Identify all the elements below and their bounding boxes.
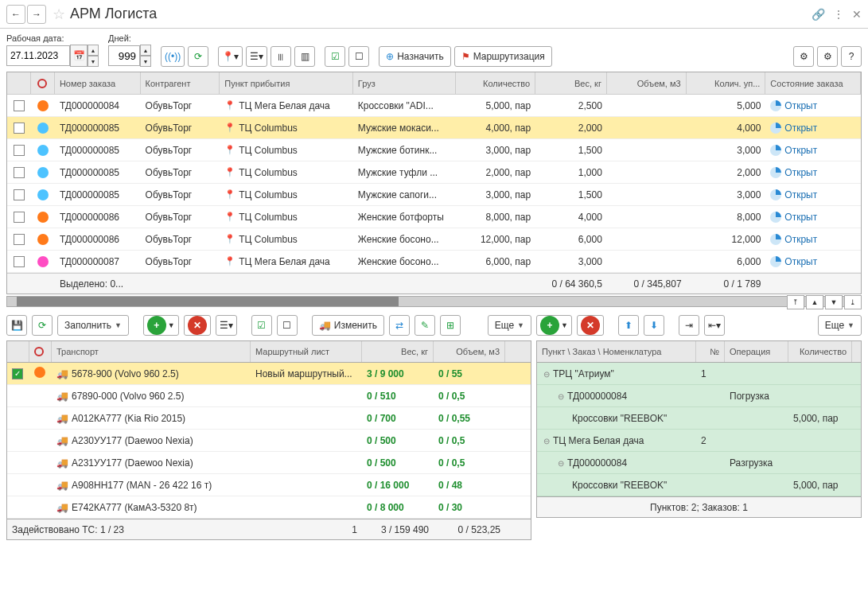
col-state[interactable]: Состояние заказа [765,72,861,94]
more-button[interactable]: Еще▼ [488,315,531,336]
order-row[interactable]: ТД000000086 ОбувьТорг 📍ТЦ Columbus Женск… [7,228,861,251]
scroll-bottom-button[interactable]: ⤓ [844,295,862,309]
indent-out-button[interactable]: ⇤▾ [704,315,725,336]
forward-button[interactable]: → [27,5,46,24]
days-input[interactable] [108,45,140,66]
row-checkbox[interactable] [14,145,25,156]
col-op[interactable]: Операция [725,341,788,362]
add-button[interactable]: +▼ [143,315,179,336]
tree-toggle-icon[interactable]: ⊖ [558,392,564,401]
check-all2-button[interactable]: ☑ [251,315,272,336]
refresh2-button[interactable]: ⟳ [32,315,53,336]
col-route[interactable]: Маршрутный лист [251,341,362,362]
date-spinner[interactable]: ▲▼ [88,45,99,67]
work-date-input[interactable] [6,45,70,66]
order-row[interactable]: ТД000000084 ОбувьТорг 📍ТЦ Мега Белая дач… [7,95,861,117]
uncheck-all2-button[interactable]: ☐ [277,315,298,336]
delete2-button[interactable]: ✕ [577,315,604,336]
settings1-button[interactable]: ⚙ [793,46,814,67]
scroll-top-button[interactable]: ⤒ [787,295,804,309]
add2-button[interactable]: +▼ [536,315,572,336]
col-destination[interactable]: Пункт прибытия [220,72,353,94]
change-button[interactable]: 🚚 Изменить [312,315,384,336]
row-checkbox[interactable] [14,256,25,267]
list2-button[interactable]: ☰▾ [216,315,237,336]
col-qty2[interactable]: Количество [788,341,852,362]
row-checkbox[interactable] [14,234,25,245]
col-packages[interactable]: Колич. уп... [687,72,766,94]
transfer-button[interactable]: ⇄ [389,315,410,336]
transport-row[interactable]: 🚚А012КА777 (Kia Rio 2015) 0 / 700 0 / 0,… [7,407,531,430]
col-transport[interactable]: Транспорт [52,341,251,362]
row-checkbox[interactable] [14,212,25,223]
back-button[interactable]: ← [6,5,25,24]
col-num[interactable]: № [696,341,725,362]
order-row[interactable]: ТД000000086 ОбувьТорг 📍ТЦ Columbus Женск… [7,206,861,228]
col-weight[interactable]: Вес, кг [535,72,607,94]
uncheck-all-button[interactable]: ☐ [348,46,369,67]
col-node[interactable]: Пункт \ Заказ \ Номенклатура [537,341,696,362]
tree-toggle-icon[interactable]: ⊖ [543,370,550,379]
col-volume[interactable]: Объем, м3 [607,72,687,94]
broadcast-icon[interactable]: ((•)) [161,46,185,67]
row-checkbox[interactable] [14,123,25,134]
tree-toggle-icon[interactable]: ⊖ [543,437,550,445]
indent-in-button[interactable]: ⇥ [679,315,699,336]
col-contractor[interactable]: Контрагент [141,72,220,94]
row-checkbox[interactable] [14,100,25,111]
orders-scrollbar[interactable] [6,296,862,307]
col-qty[interactable]: Количество [456,72,535,94]
map-pin-button[interactable]: 📍▾ [218,46,243,67]
save-button[interactable]: 💾 [6,315,27,336]
transport-row[interactable]: 🚚Е742КА777 (КамАЗ-5320 8т) 0 / 8 000 0 /… [7,496,531,519]
row-checkbox[interactable] [14,189,25,200]
more2-button[interactable]: Еще▼ [818,315,862,336]
route-row[interactable]: ⊖ТРЦ "Атриум" 1 [537,363,861,385]
transport-row[interactable]: 🚚А231УУ177 (Daewoo Nexia) 0 / 500 0 / 0,… [7,452,531,474]
order-row[interactable]: ТД000000085 ОбувьТорг 📍ТЦ Columbus Мужск… [7,117,861,139]
row-checkbox[interactable] [14,167,25,178]
columns-button[interactable]: ▥ [294,46,315,67]
filter-button[interactable]: ⫼ [271,46,291,67]
more-icon[interactable]: ⋮ [833,8,844,21]
route-row[interactable]: ⊖ТД000000084 Разгрузка [537,452,861,474]
col-order[interactable]: Номер заказа [55,72,141,94]
transport-row[interactable]: ✓ 🚚5678-900 (Volvo 960 2.5) Новый маршру… [7,363,531,385]
routing-button[interactable]: ⚑Маршрутизация [454,46,552,67]
help-button[interactable]: ? [841,46,862,67]
link-icon[interactable]: 🔗 [812,8,825,21]
route-row[interactable]: Кроссовки "REEBOK" 5,000, пар [537,474,861,496]
move-down-button[interactable]: ⬇ [644,315,664,336]
scroll-up-button[interactable]: ▲ [806,295,823,309]
assign-button[interactable]: ⊕Назначить [379,46,450,67]
route-row[interactable]: ⊖ТЦ Мега Белая дача 2 [537,430,861,452]
col-weight2[interactable]: Вес, кг [362,341,434,362]
favorite-icon[interactable]: ☆ [53,6,65,23]
settings2-button[interactable]: ⚙ [817,46,838,67]
transport-row[interactable]: 🚚67890-000 (Volvo 960 2.5) 0 / 510 0 / 0… [7,385,531,407]
order-row[interactable]: ТД000000087 ОбувьТорг 📍ТЦ Мега Белая дач… [7,251,861,273]
grid-button[interactable]: ⊞ [440,315,461,336]
order-row[interactable]: ТД000000085 ОбувьТорг 📍ТЦ Columbus Мужск… [7,184,861,206]
col-volume2[interactable]: Объем, м3 [434,341,505,362]
route-row[interactable]: ⊖ТД000000084 Погрузка [537,385,861,407]
close-icon[interactable]: ✕ [852,8,862,21]
row-checkbox[interactable]: ✓ [12,368,23,379]
order-row[interactable]: ТД000000085 ОбувьТорг 📍ТЦ Columbus Мужск… [7,161,861,184]
route-row[interactable]: Кроссовки "REEBOK" 5,000, пар [537,407,861,430]
col-cargo[interactable]: Груз [353,72,457,94]
scroll-down-button[interactable]: ▼ [825,295,843,309]
move-up-button[interactable]: ⬆ [618,315,639,336]
edit-button[interactable]: ✎ [415,315,435,336]
delete-button[interactable]: ✕ [184,315,211,336]
list-button[interactable]: ☰▾ [246,46,267,67]
tree-toggle-icon[interactable]: ⊖ [558,459,564,468]
transport-row[interactable]: 🚚А230УУ177 (Daewoo Nexia) 0 / 500 0 / 0,… [7,430,531,452]
refresh-button[interactable]: ⟳ [188,46,208,67]
transport-row[interactable]: 🚚А908НН177 (MAN - 26 422 16 т) 0 / 16 00… [7,474,531,496]
calendar-icon[interactable]: 📅 [70,45,88,67]
check-all-button[interactable]: ☑ [325,46,345,67]
order-row[interactable]: ТД000000085 ОбувьТорг 📍ТЦ Columbus Мужск… [7,139,861,161]
days-spinner[interactable]: ▲▼ [140,45,151,67]
fill-button[interactable]: Заполнить▼ [57,315,129,336]
